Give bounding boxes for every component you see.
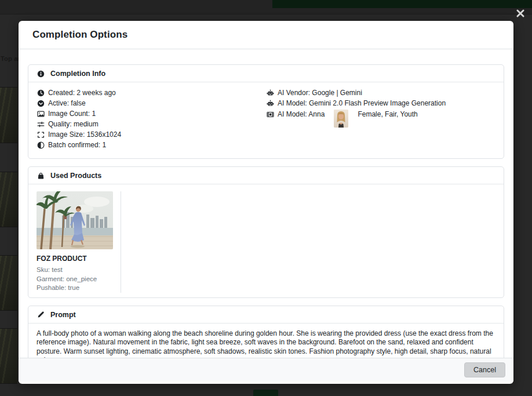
robot-icon: [266, 99, 274, 107]
completion-options-modal: Completion Options Completion Info: [19, 21, 513, 384]
id-card-icon: [266, 110, 274, 118]
product-image: [37, 191, 113, 249]
prompt-title: Prompt: [50, 311, 76, 319]
background-thumbnail: [0, 255, 17, 311]
shopping-bag-icon: [37, 172, 45, 180]
expand-icon: [37, 130, 45, 139]
info-row-quality: Quality: medium: [37, 120, 266, 128]
background-thumbnail: [0, 328, 17, 384]
completion-info-right-column: AI Vendor: Google | Gemini AI Model: Gem…: [266, 89, 495, 151]
info-text: Batch confirmed: 1: [48, 141, 106, 149]
info-row-ai-model: AI Model: Gemini 2.0 Flash Preview Image…: [266, 99, 495, 107]
info-text: AI Model: Anna: [278, 110, 325, 118]
modal-footer: Cancel: [19, 358, 513, 382]
completion-info-body: Created: 2 weeks ago Active: false: [28, 82, 504, 158]
info-row-ai-vendor: AI Vendor: Google | Gemini: [266, 89, 495, 97]
info-traits-text: Female, Fair, Youth: [358, 110, 417, 118]
pencil-icon: [37, 311, 45, 319]
info-row-ai-model-person: AI Model: Anna: [266, 110, 495, 128]
cancel-button[interactable]: Cancel: [464, 362, 505, 377]
close-icon[interactable]: [515, 8, 526, 19]
completion-info-title: Completion Info: [50, 70, 105, 78]
info-text: Image Size: 1536x1024: [48, 130, 121, 139]
info-text: Active: false: [48, 99, 86, 107]
used-products-title: Used Products: [50, 172, 101, 180]
info-row-created: Created: 2 weeks ago: [37, 89, 266, 97]
used-products-header: Used Products: [28, 167, 504, 184]
prompt-header: Prompt: [28, 306, 504, 324]
info-text: Created: 2 weeks ago: [48, 89, 116, 97]
used-products-card: Used Products: [28, 166, 504, 298]
sliders-icon: [37, 120, 45, 128]
product-card: FOZ PRODUCT Sku: test Garment: one_piece…: [37, 191, 121, 293]
robot-icon: [266, 89, 274, 97]
info-text: AI Vendor: Google | Gemini: [278, 89, 362, 97]
product-garment: Garment: one_piece: [37, 275, 113, 284]
info-text: AI Model: Gemini 2.0 Flash Preview Image…: [278, 99, 446, 107]
info-row-image-count: Image Count: 1: [37, 110, 266, 118]
background-green-button: [253, 390, 278, 396]
background-thumbnail: [0, 172, 17, 227]
completion-info-header: Completion Info: [28, 65, 504, 82]
prompt-card: Prompt A full-body photo of a woman walk…: [28, 306, 504, 358]
background-thumbnail: [0, 87, 17, 143]
completion-info-card: Completion Info Created: 2 weeks ago: [28, 64, 504, 159]
modal-header: Completion Options: [19, 21, 513, 49]
completion-info-left-column: Created: 2 weeks ago Active: false: [37, 89, 266, 151]
used-products-body: FOZ PRODUCT Sku: test Garment: one_piece…: [28, 184, 504, 297]
clock-icon: [37, 89, 45, 97]
info-text: Quality: medium: [48, 120, 99, 128]
check-circle-icon: [37, 99, 45, 107]
background-header-strip: [272, 0, 532, 8]
product-sku: Sku: test: [37, 266, 113, 275]
image-icon: [37, 110, 45, 118]
product-pushable: Pushable: true: [37, 284, 113, 293]
product-name: FOZ PRODUCT: [37, 255, 113, 263]
prompt-text: A full-body photo of a woman walking alo…: [28, 324, 504, 358]
info-icon: [37, 70, 45, 78]
contrast-icon: [37, 141, 45, 149]
info-row-image-size: Image Size: 1536x1024: [37, 130, 266, 139]
model-avatar: [334, 110, 348, 128]
info-text: Image Count: 1: [48, 110, 96, 118]
info-row-batch-confirmed: Batch confirmed: 1: [37, 141, 266, 149]
info-row-active: Active: false: [37, 99, 266, 107]
modal-body: Completion Info Created: 2 weeks ago: [19, 49, 513, 358]
modal-title: Completion Options: [32, 29, 127, 41]
